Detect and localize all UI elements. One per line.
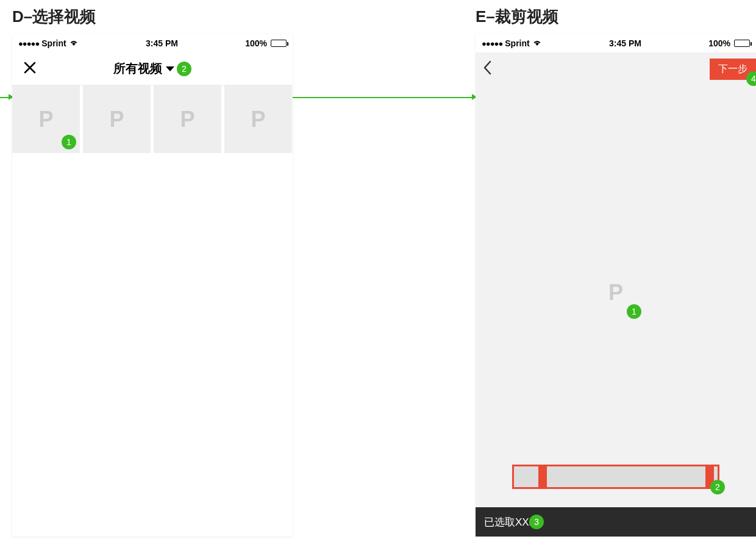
trim-track — [514, 466, 718, 487]
video-thumb[interactable]: P — [83, 85, 151, 153]
annotation-badge-1: 1 — [627, 304, 641, 319]
section-label-e: E–裁剪视频 — [476, 6, 558, 27]
next-button[interactable]: 下一步 4 — [710, 59, 756, 80]
carrier-label: Sprint — [41, 38, 66, 48]
status-right: 100% — [245, 38, 287, 48]
video-preview[interactable]: P 1 — [476, 85, 756, 500]
signal-dots-icon: ●●●●● — [482, 39, 502, 48]
flow-arrow-d-to-e — [293, 97, 476, 98]
album-dropdown[interactable]: 所有视频 2 — [113, 60, 191, 77]
status-time: 3:45 PM — [609, 38, 641, 48]
back-button[interactable] — [482, 59, 493, 79]
screen-e: ●●●●● Sprint 3:45 PM 100% 下一步 4 P 1 — [476, 34, 756, 537]
status-time: 3:45 PM — [146, 38, 178, 48]
wifi-icon — [532, 38, 542, 48]
thumbnail-placeholder-icon: P — [109, 107, 124, 132]
chevron-down-icon — [166, 66, 174, 71]
battery-icon — [734, 40, 750, 47]
nav-bar: 下一步 4 — [476, 52, 756, 85]
trim-selection — [547, 466, 705, 487]
trim-leading-space — [514, 466, 538, 487]
annotation-badge-2: 2 — [710, 480, 725, 494]
album-title: 所有视频 — [113, 60, 162, 77]
trim-handle-left[interactable] — [538, 466, 547, 487]
battery-percent: 100% — [708, 38, 730, 48]
video-thumb[interactable]: P — [154, 85, 221, 153]
battery-icon — [271, 40, 287, 47]
screen-e-body: 下一步 4 P 1 2 已选取XXs 3 — [476, 52, 756, 537]
section-label-d: D–选择视频 — [12, 6, 96, 27]
battery-percent: 100% — [245, 38, 267, 48]
next-button-label: 下一步 — [718, 63, 747, 74]
trim-slider[interactable]: 2 — [512, 465, 719, 489]
status-bar: ●●●●● Sprint 3:45 PM 100% — [476, 34, 756, 52]
thumbnail-placeholder-icon: P — [180, 107, 194, 132]
footer-bar: 已选取XXs 3 — [476, 507, 756, 537]
screen-d: ●●●●● Sprint 3:45 PM 100% 所有视频 2 P 1 P — [12, 34, 293, 537]
video-thumb[interactable]: P 1 — [12, 85, 80, 153]
thumbnail-placeholder-icon: P — [38, 107, 53, 132]
annotation-badge-3: 3 — [529, 515, 544, 529]
status-right: 100% — [708, 38, 750, 48]
annotation-badge-4: 4 — [746, 71, 756, 86]
selected-duration-label: 已选取XXs — [484, 515, 534, 529]
preview-placeholder-icon: P — [608, 280, 623, 305]
video-thumb[interactable]: P — [224, 85, 292, 153]
nav-bar: 所有视频 2 — [12, 52, 293, 85]
status-bar: ●●●●● Sprint 3:45 PM 100% — [12, 34, 293, 52]
status-left: ●●●●● Sprint — [18, 38, 79, 48]
signal-dots-icon: ●●●●● — [18, 39, 39, 48]
carrier-label: Sprint — [505, 38, 529, 48]
annotation-badge-1: 1 — [62, 135, 76, 149]
close-button[interactable] — [23, 61, 37, 77]
status-left: ●●●●● Sprint — [482, 38, 542, 48]
wifi-icon — [69, 38, 79, 48]
annotation-badge-2: 2 — [177, 62, 191, 76]
video-grid: P 1 P P P — [12, 85, 293, 153]
thumbnail-placeholder-icon: P — [251, 107, 265, 132]
